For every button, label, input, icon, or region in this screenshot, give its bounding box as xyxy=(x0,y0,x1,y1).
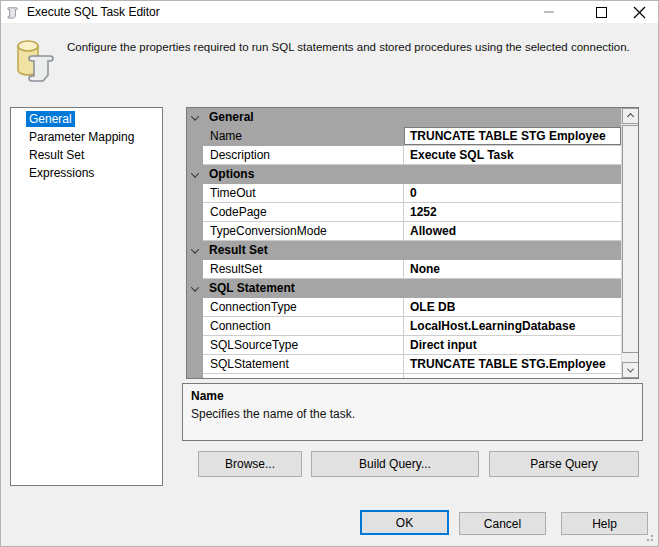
row-margin xyxy=(187,355,203,374)
scrollbar-up-button[interactable] xyxy=(622,108,639,124)
property-row-description: Description Execute SQL Task xyxy=(187,146,621,165)
chevron-down-icon[interactable] xyxy=(187,108,203,127)
category-row-options[interactable]: Options xyxy=(187,165,621,184)
minimize-button xyxy=(532,1,566,23)
property-value[interactable]: LocalHost.LearningDatabase xyxy=(404,317,621,336)
minimize-icon xyxy=(544,11,554,13)
maximize-icon xyxy=(596,7,607,18)
property-label[interactable]: TypeConversionMode xyxy=(203,222,404,241)
property-value[interactable]: Execute SQL Task xyxy=(404,146,621,165)
property-row-typeconversionmode: TypeConversionMode Allowed xyxy=(187,222,621,241)
help-panel-title: Name xyxy=(191,389,634,403)
cancel-button[interactable]: Cancel xyxy=(459,512,546,535)
row-margin xyxy=(187,317,203,336)
chevron-up-icon xyxy=(627,112,634,119)
row-margin xyxy=(187,184,203,203)
category-label: General xyxy=(203,108,254,127)
property-value xyxy=(404,374,621,379)
sidebar-item-label: General xyxy=(26,111,75,127)
row-margin xyxy=(187,222,203,241)
property-label[interactable]: CodePage xyxy=(203,203,404,222)
property-label[interactable]: Description xyxy=(203,146,404,165)
execute-sql-task-editor-window: Execute SQL Task Editor Configure the pr… xyxy=(0,0,659,547)
row-margin xyxy=(187,127,203,146)
sidebar-item-general[interactable]: General xyxy=(11,110,162,128)
row-margin xyxy=(187,146,203,165)
property-label[interactable]: SQLStatement xyxy=(203,355,404,374)
sidebar-item-expressions[interactable]: Expressions xyxy=(11,164,162,182)
chevron-down-icon[interactable] xyxy=(187,279,203,298)
property-value[interactable]: Allowed xyxy=(404,222,621,241)
close-button[interactable] xyxy=(622,1,656,23)
titlebar: Execute SQL Task Editor xyxy=(1,1,658,23)
property-label[interactable]: TimeOut xyxy=(203,184,404,203)
chevron-down-icon[interactable] xyxy=(187,165,203,184)
close-icon xyxy=(633,6,646,19)
property-value[interactable]: 1252 xyxy=(404,203,621,222)
sidebar-item-label: Expressions xyxy=(26,165,97,181)
property-label[interactable]: Connection xyxy=(203,317,404,336)
property-label[interactable]: ConnectionType xyxy=(203,298,404,317)
scrollbar-down-button[interactable] xyxy=(622,362,639,378)
property-value[interactable]: TRUNCATE TABLE STG Employee xyxy=(404,127,621,146)
property-value[interactable]: Direct input xyxy=(404,336,621,355)
category-row-result-set[interactable]: Result Set xyxy=(187,241,621,260)
window-title: Execute SQL Task Editor xyxy=(27,5,160,19)
ok-button[interactable]: OK xyxy=(360,510,449,535)
parse-query-button[interactable]: Parse Query xyxy=(489,451,639,477)
chevron-down-icon[interactable] xyxy=(187,241,203,260)
property-label xyxy=(203,374,404,379)
property-grid: General Name TRUNCATE TABLE STG Employee… xyxy=(186,107,639,379)
resize-grip[interactable] xyxy=(651,539,653,541)
property-row-name: Name TRUNCATE TABLE STG Employee xyxy=(187,127,621,146)
sidebar-item-result-set[interactable]: Result Set xyxy=(11,146,162,164)
property-value[interactable]: None xyxy=(404,260,621,279)
dialog-description: Configure the properties required to run… xyxy=(67,41,657,53)
scrollbar-thumb[interactable] xyxy=(622,125,639,353)
sidebar-item-parameter-mapping[interactable]: Parameter Mapping xyxy=(11,128,162,146)
property-grid-rows: General Name TRUNCATE TABLE STG Employee… xyxy=(187,108,621,378)
row-margin xyxy=(187,374,203,379)
category-label: Result Set xyxy=(203,241,268,260)
row-margin xyxy=(187,336,203,355)
category-label: SQL Statement xyxy=(203,279,295,298)
grid-scrollbar[interactable] xyxy=(621,108,638,378)
category-label: Options xyxy=(203,165,254,184)
row-margin xyxy=(187,298,203,317)
help-panel-description: Specifies the name of the task. xyxy=(191,407,634,421)
browse-button[interactable]: Browse... xyxy=(198,451,302,477)
database-scroll-icon xyxy=(12,38,62,84)
property-row-connectiontype: ConnectionType OLE DB xyxy=(187,298,621,317)
build-query-button[interactable]: Build Query... xyxy=(311,451,479,477)
help-button[interactable]: Help xyxy=(561,512,648,535)
row-margin xyxy=(187,260,203,279)
property-value[interactable]: 0 xyxy=(404,184,621,203)
property-help-panel: Name Specifies the name of the task. xyxy=(182,383,643,441)
property-row-partial xyxy=(187,374,621,379)
property-row-connection: Connection LocalHost.LearningDatabase xyxy=(187,317,621,336)
sidebar-list: General Parameter Mapping Result Set Exp… xyxy=(10,107,163,486)
property-row-resultset: ResultSet None xyxy=(187,260,621,279)
category-row-sql-statement[interactable]: SQL Statement xyxy=(187,279,621,298)
property-label[interactable]: Name xyxy=(203,127,404,146)
property-row-timeout: TimeOut 0 xyxy=(187,184,621,203)
property-row-codepage: CodePage 1252 xyxy=(187,203,621,222)
category-row-general[interactable]: General xyxy=(187,108,621,127)
property-value[interactable]: TRUNCATE TABLE STG.Employee xyxy=(404,355,621,374)
maximize-button[interactable] xyxy=(584,1,618,23)
property-row-sqlsourcetype: SQLSourceType Direct input xyxy=(187,336,621,355)
sql-task-scroll-icon xyxy=(6,5,21,20)
property-row-sqlstatement: SQLStatement TRUNCATE TABLE STG.Employee xyxy=(187,355,621,374)
property-label[interactable]: ResultSet xyxy=(203,260,404,279)
sidebar-item-label: Result Set xyxy=(26,147,87,163)
property-value[interactable]: OLE DB xyxy=(404,298,621,317)
chevron-down-icon xyxy=(627,365,634,372)
property-label[interactable]: SQLSourceType xyxy=(203,336,404,355)
sidebar-item-label: Parameter Mapping xyxy=(26,129,137,145)
row-margin xyxy=(187,203,203,222)
